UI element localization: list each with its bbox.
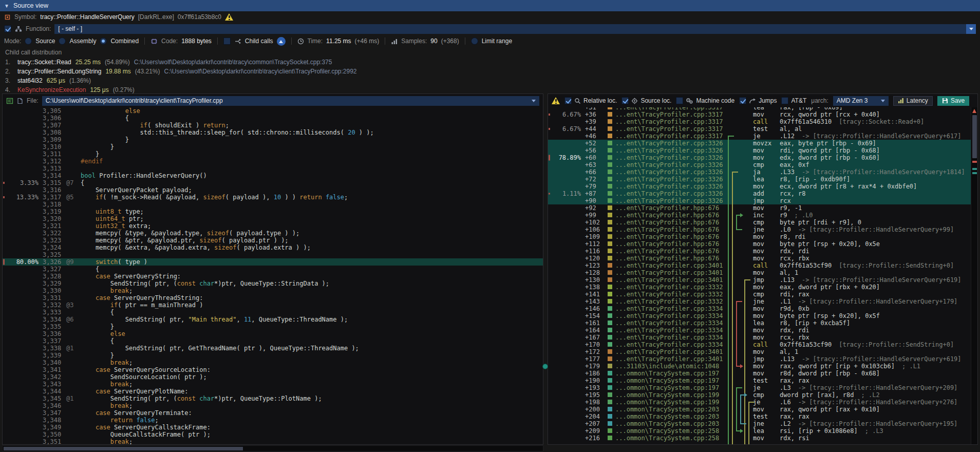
asm-source-location[interactable]: ...ent\TracyProfiler.cpp:3334 <box>615 327 726 334</box>
asm-row[interactable]: +179...31103\include\atomic:1048movrax, … <box>548 363 971 370</box>
relative-loc-toggle[interactable]: Relative loc. <box>564 97 617 104</box>
asm-source-location[interactable]: ...ent\TracyProfiler.cpp:3317 <box>615 133 726 140</box>
asm-row[interactable]: +146...ent\TracyProfiler.cpp:3334movr9d,… <box>548 305 971 312</box>
asm-row[interactable]: +72...ent\TracyProfiler.cpp:3326lear8, [… <box>548 176 971 183</box>
source-line[interactable]: 3,345@1 SendString( ptr, (const char*)pt… <box>3 395 543 402</box>
asm-source-location[interactable]: ...ent\TracyProfiler.hpp:676 <box>615 219 726 226</box>
source-line[interactable]: 3,343 break; <box>3 381 543 388</box>
asm-source-location[interactable]: ...ommon\TracySystem.cpp:197 <box>615 384 726 391</box>
function-combo-button[interactable] <box>966 24 976 34</box>
child-call-item[interactable]: 3.stat64i32625 μs(1.36%) <box>5 76 975 85</box>
machine-code-checkbox[interactable] <box>676 97 683 104</box>
source-line[interactable]: 3.33%3,315@7{ <box>3 179 543 186</box>
att-toggle[interactable]: AT&T <box>781 97 806 104</box>
scrollbar-thumb[interactable] <box>972 115 977 158</box>
asm-row[interactable]: +92...ent\TracyProfiler.hpp:676movr9, -1 <box>548 204 971 212</box>
assembly-scrollbar[interactable] <box>971 107 977 444</box>
child-call-item[interactable]: 1.tracy::Socket::Read25.25 ms(54.89%)C:\… <box>5 58 975 67</box>
asm-row[interactable]: +130...ent\TracyProfiler.cpp:3401jmp.L13… <box>548 276 971 284</box>
asm-source-location[interactable]: ...ent\TracyProfiler.cpp:3326 <box>615 161 726 168</box>
asm-source-location[interactable]: ...ent\TracyProfiler.cpp:3326 <box>615 168 726 176</box>
asm-row[interactable]: +99...ent\TracyProfiler.hpp:676incr9; .L… <box>548 212 971 219</box>
source-line[interactable]: 3,334@6 SendString( ptr, "Main thread", … <box>3 316 543 323</box>
source-line[interactable]: 3,306 { <box>3 115 543 122</box>
asm-row[interactable]: +195...ommon\TracySystem.cpp:199cmpdword… <box>548 391 971 399</box>
asm-row[interactable]: +46...ent\TracyProfiler.cpp:3317je.L12->… <box>548 133 971 140</box>
asm-row[interactable]: +216...ommon\TracySystem.cpp:258movrdx, … <box>548 435 971 442</box>
source-line[interactable]: 3,319 uint8_t type; <box>3 208 543 215</box>
child-calls-checkbox[interactable] <box>223 37 231 45</box>
asm-source-location[interactable]: ...ent\TracyProfiler.cpp:3326 <box>615 154 726 161</box>
asm-row[interactable]: +120...ent\TracyProfiler.hpp:676movrcx, … <box>548 255 971 262</box>
att-checkbox[interactable] <box>781 97 788 104</box>
source-line[interactable]: 3,325 <box>3 251 543 258</box>
limit-range-label[interactable]: Limit range <box>482 37 512 45</box>
asm-source-location[interactable]: ...ent\TracyProfiler.cpp:3326 <box>615 197 726 204</box>
source-line[interactable]: 3,347 case ServerQueryTerminate: <box>3 409 543 417</box>
collapse-icon[interactable]: ▼ <box>4 3 9 9</box>
asm-row[interactable]: +204...ommon\TracySystem.cpp:203testrax,… <box>548 413 971 420</box>
save-button[interactable]: Save <box>937 96 969 106</box>
source-line[interactable]: 3,349 case ServerQueryCallstackFrame: <box>3 424 543 431</box>
asm-row[interactable]: +39...ent\TracyProfiler.cpp:3317call0x7f… <box>548 118 971 125</box>
source-line[interactable]: 3,337 { <box>3 337 543 345</box>
asm-row[interactable]: +167...ent\TracyProfiler.cpp:3334movrcx,… <box>548 334 971 341</box>
asm-source-location[interactable]: ...ent\TracyProfiler.cpp:3317 <box>615 125 726 133</box>
asm-row[interactable]: +109...ent\TracyProfiler.hpp:676movr8, r… <box>548 233 971 240</box>
asm-row[interactable]: +116...ent\TracyProfiler.hpp:676movrdx, … <box>548 248 971 255</box>
asm-source-location[interactable]: ...ent\TracyProfiler.hpp:676 <box>615 233 726 240</box>
relative-loc-checkbox[interactable] <box>564 97 572 104</box>
asm-row[interactable]: +164...ent\TracyProfiler.cpp:3334movrdx,… <box>548 327 971 334</box>
asm-source-location[interactable]: ...ommon\TracySystem.cpp:197 <box>615 370 726 377</box>
asm-source-location[interactable]: ...ent\TracyProfiler.cpp:3317 <box>615 118 726 125</box>
source-line[interactable]: 3,342 SendSourceLocation( ptr ); <box>3 373 543 381</box>
source-line[interactable]: 3,333 { <box>3 309 543 316</box>
asm-source-location[interactable]: ...ent\TracyProfiler.cpp:3326 <box>615 147 726 154</box>
source-line[interactable]: 3,310 } <box>3 143 543 150</box>
source-line[interactable]: 3,335 } <box>3 323 543 330</box>
asm-source-location[interactable]: ...ent\TracyProfiler.cpp:3332 <box>615 298 726 305</box>
pane-splitter[interactable] <box>543 93 548 445</box>
source-line[interactable]: 3,336 else <box>3 330 543 337</box>
asm-row[interactable]: +66...ent\TracyProfiler.cpp:3326ja.L33->… <box>548 168 971 176</box>
asm-row[interactable]: +138...ent\TracyProfiler.cpp:3332moveax,… <box>548 284 971 291</box>
asm-row[interactable]: +190...ommon\TracySystem.cpp:197testrax,… <box>548 377 971 384</box>
asm-source-location[interactable]: ...ent\TracyProfiler.cpp:3401 <box>615 348 726 355</box>
source-horizontal-scrollbar[interactable] <box>2 445 543 451</box>
asm-row[interactable]: +79...ent\TracyProfiler.cpp:3326movecx, … <box>548 183 971 190</box>
source-line[interactable]: 3,308 std::this_thread::sleep_for( std::… <box>3 129 543 136</box>
asm-row[interactable]: +193...ommon\TracySystem.cpp:197je.L3-> … <box>548 384 971 391</box>
source-line[interactable]: 3,344 case ServerQueryPlotName: <box>3 388 543 395</box>
asm-row[interactable]: +198...ommon\TracySystem.cpp:199je.L6-> … <box>548 399 971 406</box>
source-line[interactable]: 3,330 break; <box>3 287 543 294</box>
mode-radio-source[interactable] <box>25 37 32 45</box>
asm-source-location[interactable]: ...ent\TracyProfiler.cpp:3401 <box>615 355 726 363</box>
asm-row[interactable]: +128...ent\TracyProfiler.cpp:3401moval, … <box>548 269 971 276</box>
asm-source-location[interactable]: ...ent\TracyProfiler.cpp:3401 <box>615 269 726 276</box>
mode-radio-assembly[interactable] <box>59 37 66 45</box>
asm-source-location[interactable]: ...ent\TracyProfiler.cpp:3332 <box>615 291 726 298</box>
asm-row[interactable]: +143...ent\TracyProfiler.cpp:3332jne.L1-… <box>548 298 971 305</box>
asm-source-location[interactable]: ...ent\TracyProfiler.cpp:3317 <box>615 111 726 118</box>
asm-source-location[interactable]: ...ommon\TracySystem.cpp:199 <box>615 391 726 399</box>
asm-source-location[interactable]: ...ommon\TracySystem.cpp:258 <box>615 435 726 442</box>
asm-row[interactable]: +141...ent\TracyProfiler.cpp:3332cmprdi,… <box>548 291 971 298</box>
asm-source-location[interactable]: ...ommon\TracySystem.cpp:203 <box>615 413 726 420</box>
asm-source-location[interactable]: ...ent\TracyProfiler.cpp:3334 <box>615 319 726 327</box>
asm-row[interactable]: +106...ent\TracyProfiler.hpp:676jne.L0->… <box>548 226 971 233</box>
asm-source-location[interactable]: ...ent\TracyProfiler.hpp:676 <box>615 226 726 233</box>
source-line[interactable]: 80.00%3,326@9 switch( type ) <box>3 258 543 266</box>
mode-radio-combined[interactable] <box>100 37 107 45</box>
asm-source-location[interactable]: ...31103\include\atomic:1048 <box>615 363 726 370</box>
limit-range-radio[interactable] <box>471 37 478 45</box>
mode-option-assembly-label[interactable]: Assembly <box>69 37 96 45</box>
source-line[interactable]: 3,307 if( shouldExit ) return; <box>3 122 543 129</box>
splitter-knob[interactable] <box>542 364 548 369</box>
asm-row[interactable]: 1.11%+87...ent\TracyProfiler.cpp:3326add… <box>548 190 971 197</box>
mode-option-source-label[interactable]: Source <box>35 37 55 45</box>
title-bar[interactable]: ▼ Source view <box>0 0 980 11</box>
asm-row[interactable]: +102...ent\TracyProfiler.hpp:676cmpbyte … <box>548 219 971 226</box>
source-line[interactable]: 3,341 case ServerQuerySourceLocation: <box>3 366 543 373</box>
source-line[interactable]: 3,338@1 SendString( ptr, GetThreadName( … <box>3 345 543 352</box>
asm-source-location[interactable]: ...ent\TracyProfiler.hpp:676 <box>615 204 726 212</box>
